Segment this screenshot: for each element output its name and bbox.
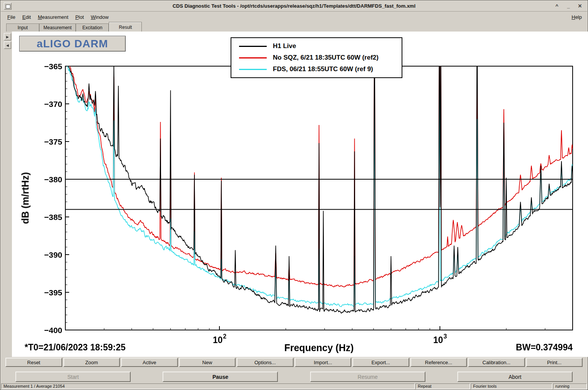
toolbar-row-1: ResetZoomActiveNewOptions...Import...Exp… <box>1 357 587 368</box>
left-margin-strip <box>1 32 12 357</box>
close-button[interactable]: ✕ <box>576 2 584 10</box>
legend: H1 LiveNo SQZ, 6/21 18:35UTC 60W (ref2)F… <box>231 37 402 78</box>
window-title: CDS Diagnostic Test Tools - /opt/rtcds/u… <box>1 3 587 9</box>
close-icon: ✕ <box>578 3 582 9</box>
legend-line-sample <box>239 46 267 47</box>
import-button[interactable]: Import... <box>295 358 352 367</box>
plot-title: aLIGO DARM <box>37 38 108 50</box>
pause-button[interactable]: Pause <box>163 372 278 382</box>
print-button[interactable]: Print... <box>526 358 583 367</box>
abort-button[interactable]: Abort <box>457 372 573 382</box>
start-button: Start <box>15 372 131 382</box>
tab-input[interactable]: Input <box>6 23 39 32</box>
plot-title-box: aLIGO DARM <box>19 36 126 52</box>
toolbar-row-2: StartPauseResumeAbort <box>1 368 587 383</box>
legend-label: H1 Live <box>273 42 296 50</box>
legend-item-0: H1 Live <box>231 40 402 52</box>
status-fourier-tools: Fourier tools <box>471 383 552 389</box>
triangle-left-icon: ◀ <box>6 43 9 47</box>
shade-icon: ^ <box>555 3 558 9</box>
new-button[interactable]: New <box>179 358 236 367</box>
reference-button[interactable]: Reference... <box>410 358 467 367</box>
menu-item-measurement[interactable]: Measurement <box>34 13 72 21</box>
status-repeat: Repeat <box>415 383 470 389</box>
tab-excitation[interactable]: Excitation <box>76 23 109 32</box>
menu-item-help[interactable]: Help <box>569 13 584 21</box>
window-icon[interactable] <box>4 3 12 10</box>
calibration-button[interactable]: Calibration... <box>468 358 525 367</box>
legend-item-2: FDS, 06/21 18:55UTC 60W (ref 9) <box>231 63 402 75</box>
options-button[interactable]: Options... <box>237 358 294 367</box>
app-window: CDS Diagnostic Test Tools - /opt/rtcds/u… <box>0 0 588 390</box>
statusbar: Measurement 1 / Average 21054RepeatFouri… <box>1 383 587 389</box>
tab-scroll-right-button[interactable]: ▶ <box>4 33 11 40</box>
tab-measurement[interactable]: Measurement <box>39 23 76 32</box>
legend-label: No SQZ, 6/21 18:35UTC 60W (ref2) <box>273 54 379 62</box>
minimize-button[interactable]: _ <box>564 2 573 10</box>
legend-line-sample <box>239 57 267 58</box>
reset-button[interactable]: Reset <box>5 358 62 367</box>
tab-scroll-left-button[interactable]: ◀ <box>4 42 11 49</box>
t0-label: *T0=21/06/2023 18:59:25 <box>25 342 126 353</box>
window-titlebar: CDS Diagnostic Test Tools - /opt/rtcds/u… <box>1 1 587 12</box>
menu-item-file[interactable]: File <box>4 13 19 21</box>
shade-button[interactable]: ^ <box>553 2 561 10</box>
window-controls: ^_✕ <box>553 2 584 10</box>
legend-item-1: No SQZ, 6/21 18:35UTC 60W (ref2) <box>231 52 402 63</box>
spectrum-plot[interactable] <box>12 32 588 357</box>
tab-result[interactable]: Result <box>109 22 142 32</box>
triangle-right-icon: ▶ <box>6 35 9 39</box>
menubar-items: FileEditMeasurementPlotWindow <box>4 13 112 21</box>
zoom-button[interactable]: Zoom <box>63 358 120 367</box>
legend-line-sample <box>239 69 267 70</box>
status-measurement: Measurement 1 / Average 21054 <box>1 383 415 389</box>
status-running: running <box>553 383 587 389</box>
menu-item-window[interactable]: Window <box>87 13 112 21</box>
bw-label: BW=0.374994 <box>516 342 573 353</box>
x-axis-label: Frequency (Hz) <box>284 342 354 353</box>
minimize-icon: _ <box>567 3 570 9</box>
legend-label: FDS, 06/21 18:55UTC 60W (ref 9) <box>273 65 373 73</box>
menu-item-plot[interactable]: Plot <box>72 13 87 21</box>
resume-button: Resume <box>310 372 425 382</box>
y-axis-label: dB (m/rtHz) <box>20 172 31 224</box>
menu-item-edit[interactable]: Edit <box>19 13 34 21</box>
menubar: FileEditMeasurementPlotWindow Help <box>1 12 587 22</box>
tabbar: InputMeasurementExcitationResult <box>1 22 587 32</box>
export-button[interactable]: Export... <box>352 358 409 367</box>
active-button[interactable]: Active <box>121 358 178 367</box>
